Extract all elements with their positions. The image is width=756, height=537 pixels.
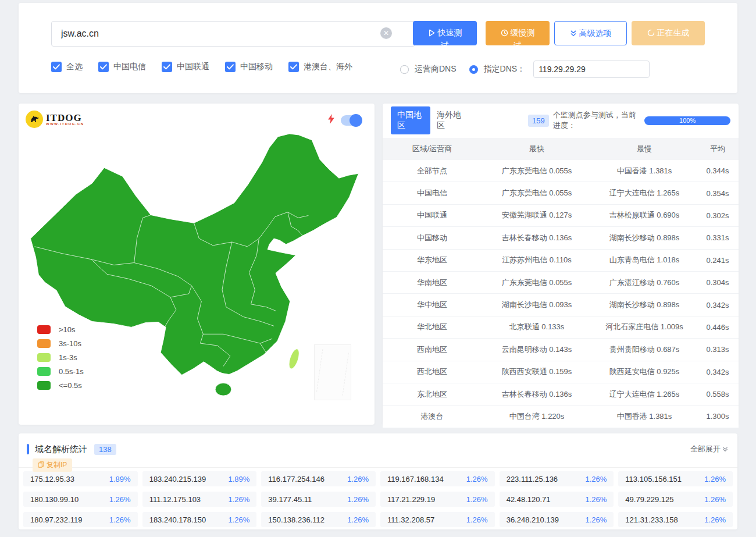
realtime-toggle[interactable] xyxy=(341,115,362,126)
slow-test-button[interactable]: 缓慢测试 xyxy=(486,21,550,45)
taiwan-region[interactable] xyxy=(287,348,301,370)
domain-input[interactable] xyxy=(51,21,415,47)
ip-percentage[interactable]: 1.26% xyxy=(704,495,726,504)
legend-label: 0.5s-1s xyxy=(59,367,84,376)
ip-address: 116.177.254.146 xyxy=(268,475,324,483)
latency-legend: >10s 3s-10s 1s-3s 0.5s-1s <=0.5s xyxy=(37,325,84,390)
checkbox-checked-icon xyxy=(98,62,109,72)
ip-list-item[interactable]: 36.248.210.139 1.26% xyxy=(500,512,614,527)
ip-percentage[interactable]: 1.26% xyxy=(347,475,369,483)
legend-swatch xyxy=(37,353,51,362)
carrier-dns-label: 运营商DNS xyxy=(415,64,457,74)
ip-percentage[interactable]: 1.26% xyxy=(109,495,131,504)
ip-percentage[interactable]: 1.26% xyxy=(585,515,607,524)
ip-list-item[interactable]: 183.240.178.150 1.26% xyxy=(142,512,257,527)
col-fastest: 最快 xyxy=(482,144,592,154)
ip-list-item[interactable]: 39.177.45.11 1.26% xyxy=(261,492,376,507)
ip-list-item[interactable]: 180.97.232.119 1.26% xyxy=(23,512,138,527)
ip-list-item[interactable]: 180.130.99.10 1.26% xyxy=(23,492,138,507)
table-row[interactable]: 港澳台 中国台湾 1.220s 中国香港 1.381s 1.300s xyxy=(383,406,739,428)
carrier-checkbox[interactable]: 中国移动 xyxy=(225,62,273,72)
map-toolbar xyxy=(327,114,362,126)
ip-list-item[interactable]: 223.111.25.136 1.26% xyxy=(500,471,614,486)
ip-list-item[interactable]: 121.31.233.158 1.26% xyxy=(618,512,733,527)
ip-percentage[interactable]: 1.89% xyxy=(109,475,131,483)
ip-percentage[interactable]: 1.26% xyxy=(585,475,607,483)
cell-region: 全部节点 xyxy=(383,166,482,176)
itdog-logo: ITDOG WWW.ITDOG.CN xyxy=(26,111,84,128)
copy-icon xyxy=(38,461,44,470)
tab-overseas-region[interactable]: 海外地区 xyxy=(430,106,470,134)
table-row[interactable]: 全部节点 广东东莞电信 0.055s 中国香港 1.381s 0.344s xyxy=(383,160,739,182)
carrier-checkbox[interactable]: 港澳台、海外 xyxy=(288,62,352,72)
ip-percentage[interactable]: 1.26% xyxy=(466,475,488,483)
legend-swatch xyxy=(37,381,51,390)
col-slowest: 最慢 xyxy=(592,144,697,154)
table-row[interactable]: 华中地区 湖南长沙电信 0.093s 湖南长沙移动 0.898s 0.342s xyxy=(383,294,739,316)
specified-dns-radio[interactable] xyxy=(469,65,478,74)
advanced-options-button[interactable]: 高级选项 xyxy=(554,21,627,45)
ip-percentage[interactable]: 1.26% xyxy=(109,515,131,524)
cell-slowest: 辽宁大连电信 1.265s xyxy=(592,188,697,198)
ip-list-item[interactable]: 119.167.168.134 1.26% xyxy=(380,471,495,486)
ip-list-item[interactable]: 111.32.208.57 1.26% xyxy=(380,512,495,527)
table-row[interactable]: 华东地区 江苏苏州电信 0.110s 山东青岛电信 1.018s 0.241s xyxy=(383,250,739,272)
ip-percentage[interactable]: 1.26% xyxy=(466,495,488,504)
ip-list-item[interactable]: 42.48.120.71 1.26% xyxy=(500,492,614,507)
specified-dns-label: 指定DNS： xyxy=(484,64,526,74)
fast-test-button[interactable]: 快速测试 xyxy=(413,21,477,45)
cell-region: 华南地区 xyxy=(383,278,482,288)
ip-list-item[interactable]: 113.105.156.151 1.26% xyxy=(618,471,733,486)
cell-fastest: 广东东莞电信 0.055s xyxy=(482,188,592,198)
legend-swatch xyxy=(37,339,51,348)
ip-percentage[interactable]: 1.26% xyxy=(585,495,607,504)
cell-average: 0.342s xyxy=(697,368,739,376)
ip-percentage[interactable]: 1.26% xyxy=(704,475,726,483)
checkbox-label: 中国联通 xyxy=(177,62,209,72)
cell-slowest: 贵州贵阳移动 0.687s xyxy=(592,344,697,355)
ip-address: 121.31.233.158 xyxy=(625,515,677,524)
cell-fastest: 江苏苏州电信 0.110s xyxy=(482,255,592,265)
table-row[interactable]: 中国联通 安徽芜湖联通 0.127s 吉林松原联通 0.690s 0.302s xyxy=(383,205,739,227)
ip-percentage[interactable]: 1.26% xyxy=(228,495,249,504)
ip-address: 180.130.99.10 xyxy=(30,495,79,504)
double-chevron-down-icon xyxy=(570,29,577,40)
carrier-checkbox[interactable]: 全选 xyxy=(51,62,83,72)
table-row[interactable]: 华南地区 广东东莞电信 0.055s 广东湛江移动 0.760s 0.304s xyxy=(383,272,739,294)
ip-list-item[interactable]: 117.21.229.19 1.26% xyxy=(380,492,495,507)
table-row[interactable]: 西南地区 云南昆明移动 0.143s 贵州贵阳移动 0.687s 0.313s xyxy=(383,339,739,361)
ip-list-item[interactable]: 183.240.215.139 1.89% xyxy=(142,471,257,486)
expand-all-button[interactable]: 全部展开 xyxy=(690,444,728,454)
clear-input-icon[interactable]: ✕ xyxy=(380,27,392,39)
ip-list-item[interactable]: 175.12.95.33 1.89% xyxy=(23,471,138,486)
carrier-checkbox[interactable]: 中国联通 xyxy=(162,62,209,72)
table-row[interactable]: 中国移动 吉林长春移动 0.136s 湖南长沙移动 0.898s 0.331s xyxy=(383,227,739,249)
ip-list-item[interactable]: 111.12.175.103 1.26% xyxy=(142,492,257,507)
table-row[interactable]: 西北地区 陕西西安联通 0.159s 陕西延安电信 0.925s 0.342s xyxy=(383,361,739,383)
cell-region: 华东地区 xyxy=(383,255,482,265)
ip-list-item[interactable]: 49.79.229.125 1.26% xyxy=(618,492,733,507)
ip-address: 175.12.95.33 xyxy=(30,475,74,483)
copy-ip-button[interactable]: 复制IP xyxy=(33,458,72,472)
carrier-dns-radio[interactable] xyxy=(400,65,409,74)
ip-address: 183.240.178.150 xyxy=(149,515,206,524)
ip-list-item[interactable]: 150.138.236.112 1.26% xyxy=(261,512,376,527)
table-row[interactable]: 东北地区 吉林长春移动 0.136s 辽宁大连电信 1.265s 0.558s xyxy=(383,383,739,406)
cell-slowest: 辽宁大连电信 1.265s xyxy=(592,389,697,400)
tab-china-region[interactable]: 中国地区 xyxy=(391,106,430,134)
ip-list-item[interactable]: 116.177.254.146 1.26% xyxy=(261,471,376,486)
dns-server-input[interactable] xyxy=(533,61,650,78)
ip-percentage[interactable]: 1.26% xyxy=(466,515,488,524)
ip-percentage[interactable]: 1.26% xyxy=(704,515,726,524)
ip-percentage[interactable]: 1.26% xyxy=(347,495,369,504)
carrier-checkbox[interactable]: 中国电信 xyxy=(98,62,146,72)
legend-item: <=0.5s xyxy=(37,381,84,390)
dog-logo-icon xyxy=(26,111,43,128)
ip-percentage[interactable]: 1.26% xyxy=(347,515,369,524)
table-row[interactable]: 华北地区 北京联通 0.133s 河北石家庄电信 1.009s 0.446s xyxy=(383,316,739,339)
cell-average: 0.304s xyxy=(697,278,739,287)
ip-percentage[interactable]: 1.26% xyxy=(228,515,249,524)
checkbox-checked-icon xyxy=(162,62,172,72)
table-row[interactable]: 中国电信 广东东莞电信 0.055s 辽宁大连电信 1.265s 0.354s xyxy=(383,182,739,204)
ip-percentage[interactable]: 1.89% xyxy=(228,475,249,483)
